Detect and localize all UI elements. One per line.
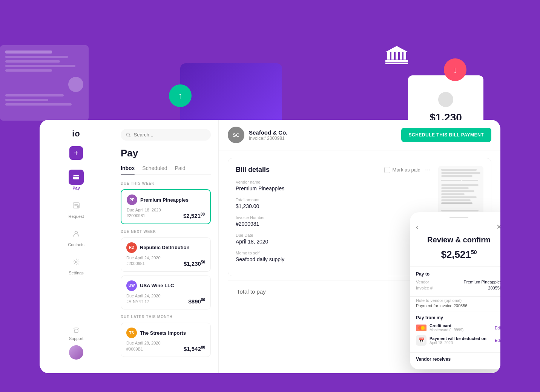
review-pay-to-title: Pay to [416,271,500,277]
card-label: Credit card [430,323,463,328]
review-invoice-label: Invoice # [416,286,433,290]
vendor-name-large: Seafood & Co. [249,129,288,136]
svg-rect-1 [391,52,394,60]
field-value-amount: $1,230.00 [236,203,431,209]
request-icon-wrap [69,198,84,213]
vendor-avatar-uw: UW [126,280,137,291]
payment-method-left-date: 📅 Payment will be deducted on April 18, … [416,335,486,346]
schedule-button[interactable]: SCHEDULE THIS BILL PAYMENT [401,128,491,142]
bill-item-premium-pineapples[interactable]: PP Premium Pineapples Due April 18, 2020… [121,189,211,224]
vendor-avatar-ts: TS [126,328,137,338]
card-sub: Mastercard (...9999) [430,328,463,332]
tabs: Inbox Scheduled Paid [121,165,211,175]
tab-inbox[interactable]: Inbox [121,165,135,174]
settings-icon-wrap [69,254,84,270]
review-vendor-label: Vendor [416,280,429,284]
vendor-name-uw: USA Wine LLC [140,283,174,288]
mark-paid-checkbox[interactable] [384,167,390,173]
mark-paid: Mark as paid [384,167,420,173]
tab-paid[interactable]: Paid [175,165,186,174]
review-invoice-value: 200556 [488,286,500,290]
sidebar-item-contacts[interactable]: Contacts [40,222,113,251]
review-invoice-row: Invoice # 200556 [416,286,500,290]
more-options[interactable]: ··· [425,166,431,174]
support-label: Support [69,336,84,341]
vendor-name-ts: The Streets Imports [140,330,186,336]
bill-amount-pp: $2,52100 [183,212,205,219]
review-pay-to-section: Pay to Vendor Premium Pineapples Invoice… [410,266,500,296]
vendor-name-pp: Premium Pineapples [140,197,189,203]
bill-field-vendor: Vendor name Premium Pineapples [236,180,431,191]
bill-due-info-rd: Due April 24, 2020#2000681 [126,255,161,267]
vendor-info: Seafood & Co. Invoice# 2000981 [249,129,288,141]
add-button[interactable]: + [69,146,83,160]
bill-due-info-pp: Due April 18, 2020#2000981 [127,207,161,219]
review-note-label: Note to vendor (optional) [416,298,500,303]
settings-nav-label: Settings [69,271,84,275]
search-input[interactable] [134,132,206,138]
field-label-vendor: Vendor name [236,180,431,184]
vendor-avatar-sc: SC [228,127,244,143]
vendor-avatar-pp: PP [127,194,137,205]
svg-rect-8 [73,175,79,179]
support-item[interactable]: Support [69,327,84,341]
sidebar-item-pay[interactable]: Pay [40,166,113,194]
field-label-invoice: Invoice Number [236,215,431,220]
bill-due-info-ts: Due April 28, 2020#0009B1 [126,340,161,352]
review-note-value: Payment for invoice 200556 [416,303,500,308]
bill-item-usa-wine[interactable]: UW USA Wine LLC Due April 24, 2020#A-NY4… [121,276,211,310]
field-value-vendor: Premium Pineapples [236,185,431,191]
section-due-this-week: DUE THIS WEEK [121,181,211,185]
bank-icon [385,45,408,69]
tab-scheduled[interactable]: Scheduled [142,165,167,174]
pay-from-section: Pay from my Credit card Mastercard (...9… [410,311,500,352]
field-label-amount: Total amount [236,198,431,202]
svg-marker-5 [385,46,408,52]
credit-card-row: Credit card Mastercard (...9999) Edit [416,323,500,332]
sidebar-item-request[interactable]: Request [40,194,113,222]
bg-document-left [0,45,89,121]
review-close-button[interactable]: ✕ [496,223,500,231]
download-button[interactable]: ↓ [444,58,466,81]
svg-rect-7 [385,63,408,64]
field-value-invoice: #2000981 [236,221,431,227]
review-header: ‹ ✕ [410,221,500,236]
pay-from-title: Pay from my [416,315,500,320]
bill-details-title: Bill details [236,166,270,174]
date-edit-link[interactable]: Edit [495,338,500,343]
pay-icon-wrap [69,170,84,185]
vendor-receives-section: Vendor receives [410,352,500,369]
payment-method-left-card: Credit card Mastercard (...9999) [416,323,463,332]
bill-fields: Bill details Mark as paid ··· Vendor nam… [236,166,431,268]
date-value: April 18, 2020 [430,341,486,345]
svg-rect-4 [403,52,406,60]
contacts-nav-label: Contacts [68,242,84,247]
calendar-icon: 📅 [416,335,426,346]
bill-item-republic[interactable]: RD Republic Distribution Due April 24, 2… [121,237,211,272]
bill-field-amount: Total amount $1,230.00 [236,198,431,209]
request-nav-label: Request [69,214,84,219]
vendor-name-rd: Republic Distribution [140,245,189,250]
mark-paid-label: Mark as paid [393,167,420,173]
bill-item-streets[interactable]: TS The Streets Imports Due April 28, 202… [121,323,211,357]
bill-amount-ts: $1,54200 [184,345,205,352]
review-vendor-row: Vendor Premium Pineapples [416,280,500,284]
bill-field-due: Due Date April 18, 2020 [236,233,431,245]
sidebar-item-settings[interactable]: Settings [40,251,113,279]
upload-button[interactable]: ↑ [169,84,192,107]
user-avatar[interactable] [69,345,83,360]
field-label-due: Due Date [236,233,431,237]
svg-rect-0 [387,52,390,60]
vendor-avatar-rd: RD [126,242,137,253]
card-info: Credit card Mastercard (...9999) [430,323,463,332]
invoice-preview-lines [441,169,480,217]
sidebar-bottom: Support [69,327,84,364]
page-title: Pay [121,147,211,159]
bill-amount-rd: $1,23050 [184,260,205,267]
bill-details-header: SC Seafood & Co. Invoice# 2000981 SCHEDU… [219,120,500,150]
review-back-button[interactable]: ‹ [416,223,418,231]
card-edit-link[interactable]: Edit [495,326,500,330]
bill-field-invoice: Invoice Number #2000981 [236,215,431,227]
section-due-later: DUE LATER THIS MONTH [121,315,211,319]
bill-details-section: SC Seafood & Co. Invoice# 2000981 SCHEDU… [219,120,500,373]
